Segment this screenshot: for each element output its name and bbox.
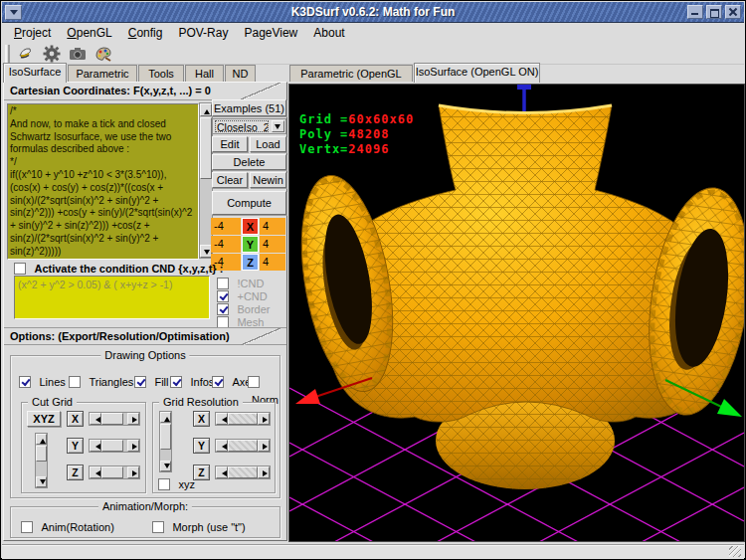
- scroll-up-icon[interactable]: [200, 103, 212, 116]
- x-axis-label: X: [242, 218, 259, 235]
- options-header[interactable]: Options: (Export/Resolution/Optimisation…: [4, 327, 286, 345]
- newin-button[interactable]: Newin: [250, 172, 286, 188]
- condition-label: Activate the condition CND {x,y,z,t} :: [34, 263, 223, 275]
- axe-option[interactable]: Axe: [212, 372, 251, 390]
- toolbar-handle[interactable]: [5, 45, 10, 63]
- anim-rotation-checkbox[interactable]: [21, 521, 33, 533]
- cut-grid-group: Cut Grid XYZ X Y: [21, 402, 146, 493]
- edit-button[interactable]: Edit: [212, 136, 248, 152]
- gear-icon[interactable]: [42, 44, 62, 64]
- poly-info: Poly =48208: [299, 127, 414, 142]
- range-row-x: -4 X 4: [211, 218, 287, 235]
- cutgrid-x-button[interactable]: X: [67, 411, 84, 427]
- cutgrid-xyz-button[interactable]: XYZ: [27, 411, 61, 427]
- tab-isosurface[interactable]: IsoSurface: [3, 63, 67, 83]
- camera-icon[interactable]: [68, 44, 88, 64]
- tab-parametric[interactable]: Parametric: [68, 65, 137, 82]
- gridres-y-button[interactable]: Y: [193, 438, 210, 454]
- condition-checkbox[interactable]: [14, 263, 26, 275]
- cutgrid-y-slider[interactable]: [89, 439, 140, 453]
- norm-checkbox[interactable]: [248, 376, 260, 388]
- resize-grip[interactable]: [729, 546, 741, 557]
- load-button[interactable]: Load: [250, 136, 286, 152]
- animation-group: Animation/Morph: Anim(Rotation) Morph (u…: [10, 506, 280, 538]
- menu-config[interactable]: Config: [120, 24, 171, 42]
- viewport-3d[interactable]: Grid =60x60x60 Poly =48208 Vertx=24096: [288, 84, 745, 542]
- gridres-z-slider[interactable]: [215, 466, 271, 479]
- z-max-field[interactable]: 4: [260, 254, 285, 271]
- render-info: Grid =60x60x60 Poly =48208 Vertx=24096: [299, 112, 414, 157]
- cutgrid-y-button[interactable]: Y: [67, 438, 84, 454]
- z-axis-label: Z: [242, 254, 259, 271]
- grid-info: Grid =60x60x60: [299, 112, 414, 127]
- surface-icon[interactable]: [16, 44, 36, 64]
- title-bar[interactable]: K3DSurf v0.6.2: Math for Fun: [2, 2, 744, 23]
- menu-project[interactable]: Project: [6, 24, 59, 42]
- gridres-x-button[interactable]: X: [193, 411, 210, 427]
- morph-checkbox[interactable]: [152, 521, 164, 533]
- y-min-field[interactable]: -4: [211, 236, 241, 253]
- anim-rotation-option[interactable]: Anim(Rotation): [21, 517, 114, 535]
- clear-button[interactable]: Clear: [212, 172, 248, 188]
- formula-editor[interactable]: /* And now, to make a tick and closed Sc…: [7, 103, 199, 260]
- menu-about[interactable]: About: [305, 24, 352, 42]
- delete-button[interactable]: Delete: [212, 154, 286, 170]
- tab-nd[interactable]: ND: [225, 65, 256, 82]
- tab-hall[interactable]: Hall: [185, 65, 224, 82]
- gridres-z-button[interactable]: Z: [193, 465, 210, 480]
- lines-option[interactable]: Lines: [19, 372, 66, 390]
- morph-option[interactable]: Morph (use "t"): [152, 517, 246, 535]
- vertex-info: Vertx=24096: [299, 142, 414, 157]
- grid-resolution-group: Grid Resolution xyz X Y: [152, 402, 276, 493]
- axe-checkbox[interactable]: [212, 376, 224, 388]
- drawing-options-group: Drawing Options Lines Triangles Fill Inf…: [10, 355, 280, 498]
- window-title: K3DSurf v0.6.2: Math for Fun: [2, 5, 744, 19]
- cutgrid-vscrollbar[interactable]: [35, 433, 48, 488]
- gridres-xyz-checkbox[interactable]: [158, 478, 170, 490]
- toolbar: [2, 43, 744, 65]
- cutgrid-z-button[interactable]: Z: [67, 465, 84, 480]
- tab-isosurface-view[interactable]: IsoSurface (OpenGL ON): [414, 63, 540, 83]
- x-max-field[interactable]: 4: [260, 218, 285, 235]
- maximize-button[interactable]: [706, 5, 722, 19]
- triangles-option[interactable]: Triangles: [69, 372, 133, 390]
- x-min-field[interactable]: -4: [211, 218, 241, 235]
- infos-option[interactable]: Infos: [170, 372, 214, 390]
- status-bar: [2, 544, 744, 559]
- cutgrid-z-slider[interactable]: [89, 466, 140, 479]
- triangles-checkbox[interactable]: [69, 376, 81, 388]
- lines-checkbox[interactable]: [19, 376, 31, 388]
- close-button[interactable]: [725, 5, 741, 19]
- range-row-y: -4 Y 4: [211, 236, 287, 253]
- infos-checkbox[interactable]: [170, 376, 182, 388]
- gridres-vscrollbar[interactable]: [159, 411, 172, 472]
- preset-value: CloseIso_2: [215, 120, 269, 132]
- cutgrid-x-slider[interactable]: [89, 412, 140, 426]
- menu-bar: Project OpenGL Config POV-Ray PageView A…: [2, 23, 744, 43]
- tab-tools[interactable]: Tools: [138, 65, 184, 82]
- menu-opengl[interactable]: OpenGL: [59, 24, 119, 42]
- tab-parametric-view[interactable]: Parametric (OpenGL ON): [289, 65, 413, 82]
- fill-checkbox[interactable]: [134, 376, 146, 388]
- chevron-down-icon[interactable]: [272, 120, 284, 132]
- y-max-field[interactable]: 4: [260, 236, 285, 253]
- cartesian-header: Cartesian Coordinates: F(x,y,z,t, ...) =…: [4, 83, 286, 100]
- compute-button[interactable]: Compute: [212, 191, 286, 215]
- minimize-button[interactable]: [687, 5, 703, 19]
- isosurface-panel: Cartesian Coordinates: F(x,y,z,t, ...) =…: [3, 82, 287, 541]
- gridres-xyz-option[interactable]: xyz: [158, 474, 195, 492]
- preset-combobox[interactable]: CloseIso_2: [212, 118, 286, 134]
- menu-pageview[interactable]: PageView: [236, 24, 305, 42]
- gridres-y-slider[interactable]: [215, 439, 271, 453]
- gridres-x-slider[interactable]: [215, 412, 271, 426]
- y-axis-label: Y: [242, 236, 259, 253]
- examples-button[interactable]: Examples (51): [212, 99, 286, 116]
- condition-toggle[interactable]: Activate the condition CND {x,y,z,t} :: [14, 259, 223, 273]
- scroll-thumb[interactable]: [200, 117, 212, 179]
- fill-option[interactable]: Fill: [134, 372, 169, 390]
- menu-povray[interactable]: POV-Ray: [170, 24, 236, 42]
- palette-icon[interactable]: [93, 44, 113, 64]
- condition-editor[interactable]: (x^2 + y^2 > 0.05) & ( x+y+z > -1): [14, 276, 210, 319]
- app-window: K3DSurf v0.6.2: Math for Fun Project Ope…: [0, 0, 746, 560]
